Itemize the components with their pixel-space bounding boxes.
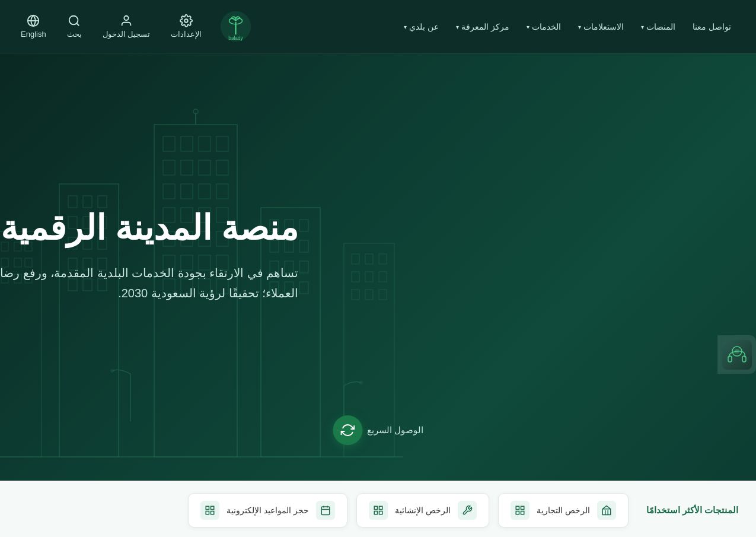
product-card-construction[interactable]: الرخص الإنشائية [356, 493, 489, 528]
grid-icon [515, 505, 525, 516]
product-cards-container: الرخص التجارية الرخص الإنشائية [18, 493, 629, 528]
svg-rect-105 [516, 511, 519, 514]
svg-rect-15 [163, 160, 175, 175]
hero-content: منصة المدينة الرقمية تساهم في الارتقاء ب… [0, 207, 298, 328]
nav-inquiries[interactable]: الاستعلامات ▾ [571, 17, 631, 36]
refresh-icon [340, 423, 355, 437]
headset-icon [725, 343, 749, 367]
product-card-commercial-label: الرخص التجارية [537, 506, 590, 515]
search-nav-item[interactable]: بحث [64, 14, 85, 39]
svg-rect-115 [211, 506, 214, 509]
assistant-avatar [722, 340, 752, 370]
nav-contact[interactable]: تواصل معنا [685, 17, 738, 36]
svg-rect-117 [206, 511, 209, 514]
svg-rect-70 [299, 220, 308, 231]
nav-about[interactable]: عن بلدي ▾ [397, 17, 446, 36]
svg-point-4 [185, 19, 189, 23]
svg-rect-99 [602, 509, 611, 515]
svg-point-91 [110, 369, 114, 373]
gear-icon [180, 14, 193, 27]
chevron-down-icon: ▾ [456, 24, 459, 30]
nav-services[interactable]: الخدمات ▾ [519, 17, 568, 36]
hero-title: منصة المدينة الرقمية [0, 207, 298, 249]
svg-rect-108 [379, 511, 382, 514]
svg-rect-81 [352, 254, 359, 264]
bottom-products-bar: المنتجات الأكثر استخدامًا الرخص التجارية [0, 481, 756, 537]
tool-icon [462, 505, 473, 516]
chevron-down-icon: ▾ [578, 24, 581, 30]
svg-rect-17 [199, 160, 210, 175]
user-icon [120, 14, 133, 27]
svg-point-93 [359, 381, 363, 385]
search-icon [68, 14, 81, 27]
main-nav: تواصل معنا المنصات ▾ الاستعلامات ▾ الخدم… [397, 17, 738, 36]
grid-icon-3 [205, 505, 215, 516]
language-nav-item[interactable]: English [18, 14, 49, 39]
svg-rect-83 [379, 254, 387, 264]
svg-rect-79 [299, 282, 308, 294]
product-card-appointments-label: حجز المواعيد الإلكترونية [227, 506, 309, 515]
balady-logo-icon: balady [219, 10, 252, 43]
svg-point-98 [735, 349, 739, 354]
chevron-down-icon: ▾ [641, 24, 644, 30]
product-icon-commercial [597, 501, 616, 520]
svg-rect-42 [68, 196, 77, 208]
header-tools: balady الإعدادات تسجيل الدخول ب [18, 10, 252, 43]
chevron-down-icon: ▾ [527, 24, 529, 30]
svg-rect-21 [199, 184, 210, 199]
product-card-appointments[interactable]: حجز المواعيد الإلكترونية [188, 493, 347, 528]
product-icon-appointments [316, 501, 335, 520]
hero-section: منصة المدينة الرقمية تساهم في الارتقاء ب… [0, 53, 756, 481]
most-used-label: المنتجات الأكثر استخدامًا [646, 505, 738, 516]
svg-rect-104 [521, 511, 524, 514]
svg-rect-110 [321, 507, 330, 515]
svg-rect-22 [216, 184, 228, 199]
product-icon-construction [458, 501, 477, 520]
globe-icon [27, 14, 40, 27]
svg-rect-88 [365, 290, 373, 300]
svg-rect-114 [206, 506, 209, 509]
nav-knowledge[interactable]: مركز المعرفة ▾ [449, 17, 516, 36]
nav-platforms[interactable]: المنصات ▾ [634, 17, 682, 36]
hero-subtitle: تساهم في الارتقاء بجودة الخدمات البلدية … [0, 263, 298, 303]
svg-rect-87 [352, 290, 359, 300]
svg-rect-43 [83, 196, 92, 208]
svg-rect-86 [379, 272, 387, 282]
quick-access-button[interactable] [333, 415, 362, 445]
svg-point-5 [124, 16, 128, 20]
svg-rect-13 [199, 136, 210, 151]
building-icon [601, 505, 612, 516]
svg-line-7 [76, 23, 79, 26]
svg-rect-109 [374, 511, 377, 514]
svg-rect-84 [352, 272, 359, 282]
svg-rect-20 [181, 184, 193, 199]
product-icon-right-construction [369, 501, 388, 520]
product-card-construction-label: الرخص الإنشائية [395, 506, 451, 515]
svg-text:balady: balady [229, 36, 244, 41]
svg-rect-44 [98, 196, 107, 208]
svg-rect-16 [181, 160, 193, 175]
svg-rect-14 [216, 136, 228, 151]
calendar-icon [320, 505, 331, 516]
svg-rect-102 [516, 506, 519, 509]
svg-rect-116 [211, 511, 214, 514]
svg-point-6 [69, 16, 78, 25]
svg-rect-85 [365, 272, 373, 282]
chevron-down-icon: ▾ [404, 24, 407, 30]
product-card-commercial[interactable]: الرخص التجارية [498, 493, 629, 528]
quick-access-label: الوصول السريع [367, 425, 423, 436]
settings-nav-item[interactable]: الإعدادات [168, 14, 205, 39]
svg-rect-103 [521, 506, 524, 509]
site-logo[interactable]: balady [219, 10, 252, 43]
product-icon-right-commercial [511, 501, 529, 520]
svg-rect-76 [299, 261, 308, 273]
svg-rect-107 [379, 506, 382, 509]
login-nav-item[interactable]: تسجيل الدخول [100, 14, 154, 39]
product-icon-right-appointments [200, 501, 219, 520]
logo-area: تواصل معنا المنصات ▾ الاستعلامات ▾ الخدم… [397, 17, 738, 36]
floating-assistant[interactable] [717, 335, 756, 374]
svg-rect-89 [379, 290, 387, 300]
grid-icon-2 [373, 505, 384, 516]
svg-rect-106 [374, 506, 377, 509]
svg-rect-18 [216, 160, 228, 175]
